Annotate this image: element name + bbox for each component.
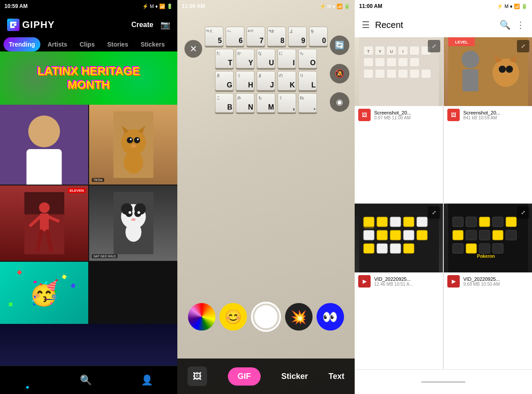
expand-icon: ⤢ [432,43,436,49]
camera-close-button[interactable]: ✕ [184,40,202,58]
camera-panel: 11:00 AM ⚡ M ♦ 📶 🔋 %え5 へ6 &や7 *ゆ8 よ9 を0 … [177,0,355,394]
file-size-date: 841 kB 10:59 AM [463,115,500,120]
file-type-icon: 🖼 [358,109,371,121]
file-size-date: 0.97 MB 11:00 AM [374,115,411,120]
files-search-icon[interactable]: 🔍 [500,20,511,30]
giphy-nav-search[interactable]: 🔍 [80,374,92,386]
giphy-gif-item[interactable]: NAT GEO WILD [89,185,177,261]
svg-rect-85 [390,244,401,253]
starburst-sticker[interactable]: 💥 [285,303,313,331]
giphy-nav-profile[interactable]: 👤 [141,374,153,386]
giphy-gif-item-goodnight[interactable]: Good Night [0,324,177,366]
file-cell[interactable]: T Y U I ⤢ 🖼 Screenshot_20... 0. [355,37,443,203]
keyboard-thumb-svg: T Y U I [359,37,439,106]
mute-button[interactable]: 🔕 [330,64,349,83]
file-cell[interactable]: LEVEL ⤢ 🖼 Screenshot_20... 841 kB 10:59 … [444,37,532,203]
file-cell[interactable]: ⤢ ▶ VID_20220925... 12.46 MB 10:51 A... [355,204,443,369]
gif-thumbnail [89,185,177,261]
files-time: 11:00 AM [359,3,382,9]
svg-point-20 [124,151,143,173]
giphy-gif-item[interactable]: ELEVEN [0,185,88,261]
smiley-sticker[interactable]: 😊 [219,303,247,331]
giphy-nav-stickers[interactable]: Stickers [135,37,170,51]
giphy-create-button[interactable]: Create [131,21,153,29]
confetti [9,303,12,306]
keyboard-key: よ9 [288,27,307,46]
svg-rect-91 [493,217,503,227]
eleven-badge: ELEVEN [68,188,86,193]
svg-rect-96 [493,230,503,240]
yellow-keyboard-svg [359,204,439,272]
svg-rect-76 [403,217,414,227]
svg-text:Pokeron: Pokeron [477,254,494,259]
expand-icon: ⤢ [521,43,525,49]
file-expand-button[interactable]: ⤢ [517,206,529,219]
shutter-button[interactable] [251,302,281,332]
giphy-header-right: Create 📷 [131,20,170,30]
file-expand-button[interactable]: ⤢ [428,40,440,52]
giphy-nav-clips[interactable]: Clips [74,37,100,51]
giphy-nav-stories[interactable]: Stories [102,37,133,51]
giphy-logo-text: GIPHY [22,19,55,31]
svg-rect-98 [453,244,463,253]
svg-rect-92 [506,217,516,227]
svg-rect-94 [466,230,477,240]
file-expand-button[interactable]: ⤢ [428,206,440,219]
keyboard-key: りL [298,71,317,91]
rainbow-sticker[interactable] [188,303,215,331]
svg-point-15 [127,137,133,143]
svg-text:Y: Y [378,49,381,54]
face-filter-icon: ◉ [336,97,343,107]
file-name: VID_20220925... [374,276,413,282]
text-mode-button[interactable]: Text [329,372,344,381]
giphy-gif-item[interactable] [0,105,88,185]
face-filter-button[interactable]: ◉ [330,92,349,112]
giphy-logo: GIPHY [7,19,55,31]
giphy-nav-artists[interactable]: Artists [42,37,72,51]
giphy-gif-item[interactable]: 🥳 [0,262,88,324]
file-thumbnail: ⤢ [355,204,443,272]
svg-point-35 [129,211,131,214]
gif-label: GIF [238,372,251,381]
files-menu-icon[interactable]: ☰ [362,20,370,30]
keyboard-key: へ6 [226,27,244,46]
flip-camera-button[interactable]: 🔄 [330,35,349,55]
keyboard-bg: %え5 へ6 &や7 *ゆ8 よ9 を0 たT かY なU にI らO きG く… [177,0,355,394]
svg-line-10 [48,152,51,173]
eyes-sticker[interactable]: 👀 [317,303,344,331]
file-expand-button[interactable]: ⤢ [517,40,529,52]
files-more-icon[interactable]: ⋮ [516,20,525,30]
giphy-nav-home[interactable]: ⌂ [24,374,30,386]
svg-rect-44 [410,46,419,55]
svg-point-37 [131,218,136,221]
svg-rect-82 [417,230,427,240]
gif-thumbnail [0,185,88,261]
file-info: 🖼 Screenshot_20... 0.97 MB 11:00 AM [355,106,443,124]
giphy-logo-svg [9,21,17,29]
sticker-mode-button[interactable]: Sticker [281,372,308,381]
giphy-camera-icon[interactable]: 📷 [160,20,170,30]
files-title: Recent [375,20,494,30]
eyes-emoji: 👀 [322,310,338,324]
svg-point-64 [493,59,519,87]
file-cell[interactable]: Pokeron ⤢ ▶ VID_20220925... 9.68 MB 10:5… [444,204,532,369]
giphy-nav-trending[interactable]: Trending [4,37,40,51]
video-icon: ▶ [363,278,367,284]
svg-line-9 [38,152,40,173]
gallery-button[interactable]: 🖼 [188,366,207,386]
svg-rect-74 [377,217,387,227]
files-drag-handle[interactable] [421,381,466,383]
svg-rect-75 [390,217,401,227]
giphy-gif-item[interactable]: TikTok [89,105,177,185]
svg-rect-46 [364,58,373,67]
expand-icon: ⤢ [432,209,436,216]
smiley-emoji: 😊 [224,308,242,325]
file-thumbnail: LEVEL ⤢ [444,37,532,106]
svg-rect-88 [453,217,463,227]
giphy-banner[interactable]: LATINX HERITAGEMONTH [0,51,177,105]
svg-rect-52 [375,69,385,78]
file-thumbnail: Pokeron ⤢ [444,204,532,272]
svg-point-36 [137,211,140,214]
expand-icon: ⤢ [521,209,525,216]
gif-mode-button[interactable]: GIF [228,367,261,386]
